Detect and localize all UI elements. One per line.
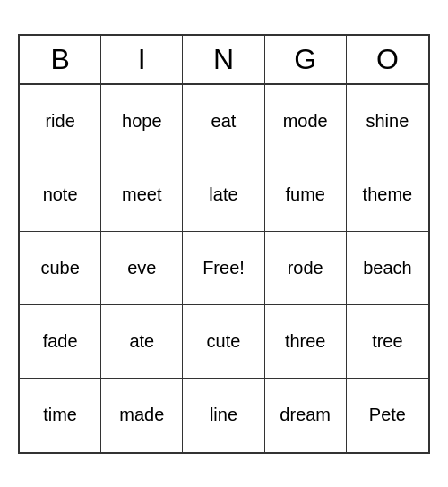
bingo-cell-2-1[interactable]: eve (101, 232, 183, 305)
bingo-cell-3-3[interactable]: three (265, 305, 347, 379)
bingo-card: BINGO ridehopeeatmodeshinenotemeetlatefu… (18, 34, 430, 454)
header-letter-b: B (20, 36, 101, 83)
bingo-cell-4-3[interactable]: dream (265, 379, 347, 452)
bingo-cell-4-0[interactable]: time (20, 379, 101, 452)
bingo-cell-0-2[interactable]: eat (183, 85, 264, 158)
bingo-cell-1-4[interactable]: theme (347, 158, 428, 232)
bingo-cell-3-2[interactable]: cute (183, 305, 264, 379)
header-letter-i: I (101, 36, 183, 83)
bingo-cell-1-2[interactable]: late (183, 158, 264, 232)
bingo-grid: ridehopeeatmodeshinenotemeetlatefumethem… (20, 85, 428, 452)
bingo-cell-2-3[interactable]: rode (265, 232, 347, 305)
bingo-cell-0-4[interactable]: shine (347, 85, 428, 158)
bingo-cell-2-4[interactable]: beach (347, 232, 428, 305)
bingo-cell-1-3[interactable]: fume (265, 158, 347, 232)
bingo-cell-0-3[interactable]: mode (265, 85, 347, 158)
bingo-cell-1-0[interactable]: note (20, 158, 101, 232)
bingo-cell-0-0[interactable]: ride (20, 85, 101, 158)
bingo-cell-3-1[interactable]: ate (101, 305, 183, 379)
bingo-cell-4-2[interactable]: line (183, 379, 264, 452)
header-letter-o: O (347, 36, 428, 83)
bingo-cell-1-1[interactable]: meet (101, 158, 183, 232)
bingo-cell-4-4[interactable]: Pete (347, 379, 428, 452)
header-letter-n: N (183, 36, 264, 83)
bingo-cell-3-4[interactable]: tree (347, 305, 428, 379)
bingo-cell-4-1[interactable]: made (101, 379, 183, 452)
bingo-cell-2-2[interactable]: Free! (183, 232, 264, 305)
bingo-cell-2-0[interactable]: cube (20, 232, 101, 305)
bingo-cell-3-0[interactable]: fade (20, 305, 101, 379)
bingo-header: BINGO (20, 36, 428, 85)
bingo-cell-0-1[interactable]: hope (101, 85, 183, 158)
header-letter-g: G (265, 36, 347, 83)
